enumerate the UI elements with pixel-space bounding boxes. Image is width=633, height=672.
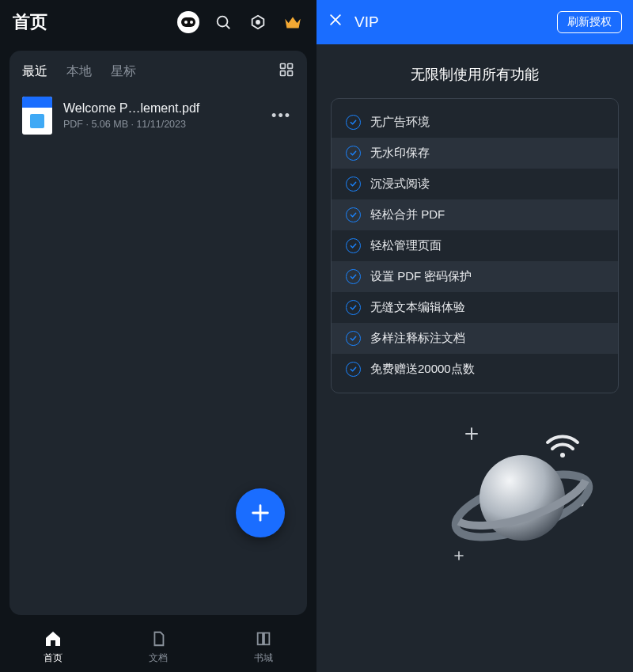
svg-point-3 <box>256 21 260 24</box>
nav-home[interactable]: 首页 <box>0 622 105 672</box>
settings-hex-icon[interactable] <box>247 11 269 33</box>
tab-local[interactable]: 本地 <box>66 63 92 80</box>
svg-line-1 <box>226 25 229 28</box>
bottom-nav: 首页 文档 书城 <box>0 615 316 672</box>
feature-label: 轻松管理页面 <box>370 238 442 253</box>
left-header: 首页 <box>0 0 316 44</box>
nav-docs[interactable]: 文档 <box>105 622 210 672</box>
feature-label: 设置 PDF 密码保护 <box>370 269 472 284</box>
svg-rect-7 <box>288 71 293 76</box>
feature-item: 设置 PDF 密码保护 <box>332 261 618 292</box>
tab-recent[interactable]: 最近 <box>22 63 47 80</box>
feature-list: 无广告环境无水印保存沉浸式阅读轻松合并 PDF轻松管理页面设置 PDF 密码保护… <box>331 98 619 393</box>
feature-label: 轻松合并 PDF <box>370 207 445 222</box>
home-icon <box>44 629 63 648</box>
nav-store[interactable]: 书城 <box>211 622 316 672</box>
tab-starred[interactable]: 星标 <box>111 63 136 80</box>
check-icon <box>346 146 361 161</box>
planet-illustration <box>435 419 609 577</box>
feature-label: 沉浸式阅读 <box>370 177 430 192</box>
check-icon <box>346 177 361 192</box>
refresh-auth-button[interactable]: 刷新授权 <box>557 11 622 33</box>
feature-item: 无缝文本编辑体验 <box>332 292 618 323</box>
svg-point-17 <box>560 453 565 457</box>
vip-title: VIP <box>354 13 546 31</box>
feature-item: 沉浸式阅读 <box>332 169 618 199</box>
nav-label: 书城 <box>254 651 273 665</box>
header-actions <box>177 11 304 33</box>
add-button[interactable] <box>236 488 285 537</box>
vip-screen: VIP 刷新授权 无限制使用所有功能 无广告环境无水印保存沉浸式阅读轻松合并 P… <box>316 0 633 672</box>
svg-rect-4 <box>281 64 286 69</box>
file-meta: PDF · 5.06 MB · 11/11/2023 <box>63 119 257 130</box>
feature-item: 免费赠送20000点数 <box>332 354 618 385</box>
feature-label: 无水印保存 <box>370 146 430 161</box>
vip-header: VIP 刷新授权 <box>316 0 633 44</box>
document-icon <box>149 629 168 648</box>
check-icon <box>346 207 361 222</box>
file-name: Welcome P…lement.pdf <box>63 101 257 116</box>
view-grid-icon[interactable] <box>279 62 294 81</box>
feature-item: 轻松合并 PDF <box>332 199 618 230</box>
nav-label: 文档 <box>149 651 168 665</box>
tabs-row: 最近 本地 星标 <box>9 51 307 85</box>
feature-label: 无广告环境 <box>370 115 430 130</box>
check-icon <box>346 238 361 253</box>
check-icon <box>346 331 361 346</box>
feature-item: 无水印保存 <box>332 138 618 169</box>
nav-label: 首页 <box>44 651 63 665</box>
feature-label: 无缝文本编辑体验 <box>370 300 465 315</box>
home-screen: 首页 最近 本地 星标 <box>0 0 316 672</box>
vip-headline: 无限制使用所有功能 <box>316 44 633 98</box>
file-thumbnail-icon <box>22 97 52 135</box>
file-item[interactable]: Welcome P…lement.pdf PDF · 5.06 MB · 11/… <box>9 85 307 146</box>
check-icon <box>346 362 361 377</box>
crown-icon[interactable] <box>282 11 304 33</box>
tabs: 最近 本地 星标 <box>22 63 279 80</box>
feature-label: 多样注释标注文档 <box>370 331 465 346</box>
book-icon <box>254 629 273 648</box>
check-icon <box>346 269 361 284</box>
file-info: Welcome P…lement.pdf PDF · 5.06 MB · 11/… <box>63 101 257 130</box>
feature-item: 轻松管理页面 <box>332 230 618 261</box>
svg-rect-6 <box>281 71 286 76</box>
assistant-icon[interactable] <box>177 11 199 33</box>
file-more-icon[interactable]: ••• <box>268 108 294 124</box>
search-icon[interactable] <box>212 11 234 33</box>
check-icon <box>346 300 361 315</box>
svg-point-0 <box>218 17 228 27</box>
close-icon[interactable] <box>328 12 343 32</box>
feature-label: 免费赠送20000点数 <box>370 362 475 377</box>
check-icon <box>346 115 361 130</box>
svg-rect-5 <box>288 64 293 69</box>
page-title: 首页 <box>13 10 177 34</box>
feature-item: 无广告环境 <box>332 107 618 138</box>
feature-item: 多样注释标注文档 <box>332 323 618 354</box>
